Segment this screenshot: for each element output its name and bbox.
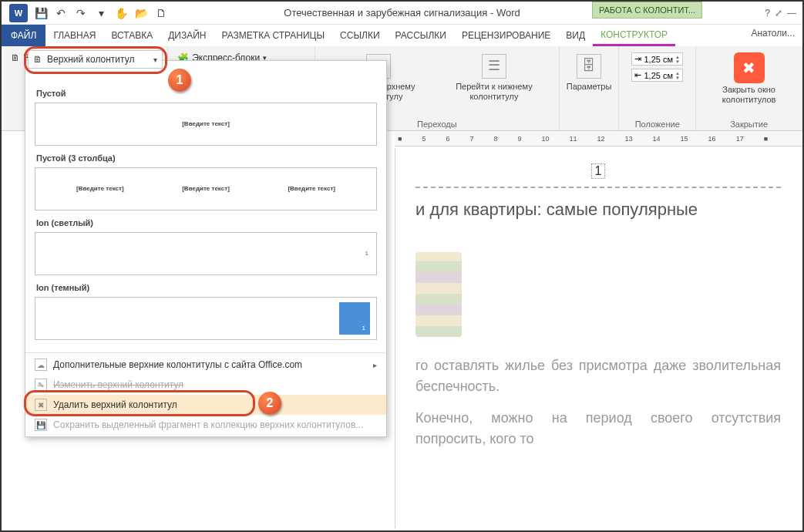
gallery-menu: ☁ Дополнительные верхние колонтитулы с с…: [25, 352, 386, 436]
ruler-mark: 10: [542, 135, 550, 143]
title-bar: W 💾 ↶ ↷ ▾ ✋ 📂 🗋 Отечественная и зарубежн…: [2, 2, 802, 25]
tab-design[interactable]: ДИЗАЙН: [160, 25, 214, 46]
close-icon: ✖: [742, 59, 755, 77]
header-gallery-dropdown: 🗎 Верхний колонтитул ▾ 1 Встроенный Пуст…: [25, 60, 387, 437]
ribbon-options-icon[interactable]: ⤢: [775, 8, 782, 19]
document-image-placeholder: [415, 252, 462, 337]
goto-footer-button[interactable]: ☰ Перейти к нижнему колонтитулу: [436, 49, 553, 102]
page-number-preview: 1: [365, 250, 368, 257]
tab-file[interactable]: ФАЙЛ: [2, 25, 45, 46]
menu-edit-header[interactable]: ✎ Изменить верхний колонтитул: [25, 375, 386, 395]
placeholder-text: [Введите текст]: [182, 120, 230, 127]
word-app-icon: W: [9, 4, 28, 22]
tab-references[interactable]: ССЫЛКИ: [332, 25, 387, 46]
goto-footer-label: Перейти к нижнему колонтитулу: [440, 82, 548, 102]
header-separator: [415, 187, 781, 188]
contextual-tab-title: РАБОТА С КОЛОНТИТ...: [592, 2, 702, 19]
gallery-item-label: Пустой: [36, 89, 377, 98]
window-title: Отечественная и зарубежная сигнализация …: [284, 7, 520, 19]
page-icon: 🗎: [11, 52, 20, 63]
tab-layout[interactable]: РАЗМЕТКА СТРАНИЦЫ: [214, 25, 333, 46]
undo-icon[interactable]: ↶: [52, 5, 69, 22]
gallery-item-empty[interactable]: [Введите текст]: [35, 103, 377, 146]
callout-badge-2: 2: [258, 392, 281, 415]
gallery-scroll[interactable]: Встроенный Пустой [Введите текст] Пустой…: [25, 61, 386, 352]
menu-label: Сохранить выделенный фрагмент в коллекци…: [53, 419, 363, 430]
minimize-icon[interactable]: —: [787, 8, 796, 19]
tab-insert[interactable]: ВСТАВКА: [103, 25, 160, 46]
header-distance-value: 1,25 см: [644, 55, 673, 64]
ribbon-group-options: 🗄 Параметры: [560, 46, 619, 130]
ribbon-group-label-position: Положение: [635, 118, 680, 129]
ruler-mark: 14: [653, 135, 661, 143]
placeholder-text: [Введите текст]: [288, 185, 335, 192]
ruler-mark: 15: [681, 135, 688, 143]
tab-review[interactable]: РЕЦЕНЗИРОВАНИЕ: [454, 25, 558, 46]
menu-remove-header[interactable]: ✖ Удалить верхний колонтитул: [25, 395, 386, 415]
ruler-mark: 13: [625, 135, 633, 143]
options-label: Параметры: [567, 82, 612, 92]
menu-more-headers[interactable]: ☁ Дополнительные верхние колонтитулы с с…: [25, 355, 386, 375]
ruler-mark: 8: [493, 135, 497, 143]
edit-icon: ✎: [35, 379, 47, 391]
qat-open-icon[interactable]: 📂: [133, 5, 150, 22]
document-paragraph: го оставлять жилье без присмотра даже зв…: [415, 355, 781, 397]
ruler-mark: 11: [570, 135, 577, 143]
ruler-mark: 9: [518, 135, 522, 143]
gallery-item-empty-3-columns[interactable]: [Введите текст] [Введите текст] [Введите…: [35, 167, 377, 210]
footer-distance-spinner[interactable]: ⇤ 1,25 см ▲▼: [631, 69, 682, 82]
options-button[interactable]: 🗄 Параметры: [562, 49, 617, 92]
spinner-updown-icon[interactable]: ▲▼: [675, 71, 680, 80]
gallery-item-label: Ion (темный): [36, 283, 377, 292]
header-dropdown-button-open[interactable]: 🗎 Верхний колонтитул ▾: [28, 50, 163, 69]
office-icon: ☁: [35, 359, 47, 371]
tab-view[interactable]: ВИД: [558, 25, 593, 46]
placeholder-text: [Введите текст]: [182, 185, 230, 192]
tab-row: ФАЙЛ ГЛАВНАЯ ВСТАВКА ДИЗАЙН РАЗМЕТКА СТР…: [2, 25, 802, 46]
qat-print-icon[interactable]: 🗋: [153, 5, 170, 22]
gallery-item-ion-dark[interactable]: 1: [35, 297, 377, 340]
page-number: 1: [591, 163, 606, 179]
delete-icon: ✖: [35, 399, 47, 411]
ruler-mark: 17: [736, 135, 744, 143]
tab-home[interactable]: ГЛАВНАЯ: [45, 25, 103, 46]
save-icon[interactable]: 💾: [32, 5, 49, 22]
touch-mode-icon[interactable]: ✋: [113, 5, 130, 22]
qat-more-icon[interactable]: ▾: [93, 5, 109, 22]
menu-label: Дополнительные верхние колонтитулы с сай…: [53, 359, 302, 370]
tab-constructor[interactable]: КОНСТРУКТОР: [593, 25, 675, 46]
document-area[interactable]: 1 и для квартиры: самые популярные го ос…: [395, 148, 801, 529]
account-label[interactable]: Анатоли...: [743, 25, 802, 46]
close-header-footer-button[interactable]: ✖: [734, 52, 765, 83]
chevron-right-icon: ▸: [373, 361, 377, 369]
document-heading: и для квартиры: самые популярные: [415, 199, 781, 221]
page-number-preview: 1: [362, 325, 365, 332]
header-distance-icon: ⇥: [634, 54, 641, 64]
ruler-mark: ■: [398, 135, 402, 143]
menu-save-selection: 💾 Сохранить выделенный фрагмент в коллек…: [25, 415, 386, 435]
ribbon-group-label-nav: Переходы: [417, 118, 457, 129]
header-distance-spinner[interactable]: ⇥ 1,25 см ▲▼: [631, 52, 682, 66]
help-icon[interactable]: ?: [765, 8, 770, 19]
tab-mailings[interactable]: РАССЫЛКИ: [388, 25, 454, 46]
menu-label: Удалить верхний колонтитул: [53, 399, 177, 410]
gallery-item-label: Ion (светлый): [36, 218, 377, 227]
ribbon-group-position: ⇥ 1,25 см ▲▼ ⇤ 1,25 см ▲▼ Положение: [619, 46, 696, 130]
ruler-mark: 6: [446, 135, 449, 143]
ruler-mark: ■: [764, 135, 768, 143]
goto-footer-icon: ☰: [482, 54, 506, 79]
close-label: Закрыть окно колонтитулов: [702, 85, 796, 105]
footer-distance-value: 1,25 см: [644, 71, 673, 80]
ribbon-group-close: ✖ Закрыть окно колонтитулов Закрытие: [696, 46, 802, 130]
gallery-item-ion-light[interactable]: 1: [35, 232, 377, 275]
options-icon: 🗄: [577, 54, 601, 79]
callout-badge-1: 1: [168, 69, 191, 92]
chevron-down-icon: ▾: [153, 56, 157, 64]
save-selection-icon: 💾: [35, 419, 47, 431]
ruler: ■ 5 6 7 8 9 10 11 12 13 14 15 16 17 ■: [395, 131, 802, 146]
spinner-updown-icon[interactable]: ▲▼: [675, 55, 680, 64]
placeholder-text: [Введите текст]: [76, 185, 124, 192]
header-dropdown-label: Верхний колонтитул: [47, 54, 134, 65]
document-paragraph: Конечно, можно на период своего отсутств…: [415, 408, 781, 450]
redo-icon[interactable]: ↷: [72, 5, 89, 22]
